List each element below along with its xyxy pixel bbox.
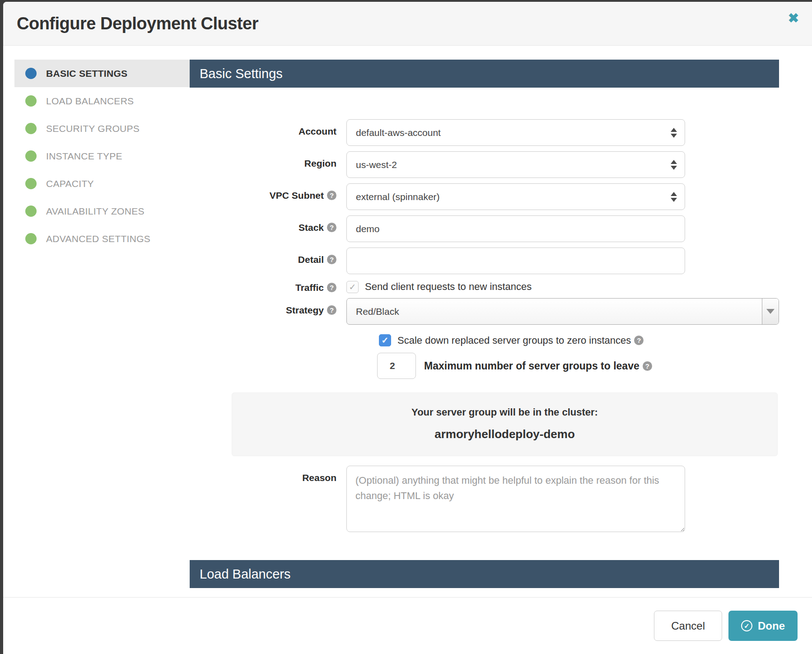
traffic-row: Traffic Send client requests to new inst… xyxy=(190,280,779,293)
stack-row: Stack demo xyxy=(190,215,779,242)
select-arrows-icon xyxy=(671,160,677,170)
sidebar-item-basic-settings[interactable]: BASIC SETTINGS xyxy=(14,60,190,87)
stack-input[interactable]: demo xyxy=(346,215,685,242)
help-icon[interactable] xyxy=(643,361,652,371)
sidebar-item-security-groups[interactable]: SECURITY GROUPS xyxy=(14,115,190,142)
help-icon[interactable] xyxy=(327,255,336,264)
help-icon[interactable] xyxy=(634,336,644,345)
help-icon[interactable] xyxy=(327,305,336,315)
traffic-checkbox[interactable] xyxy=(346,281,359,293)
done-button[interactable]: Done xyxy=(728,611,798,641)
scale-down-row: Scale down replaced server groups to zer… xyxy=(379,334,779,346)
step-status-dot-icon xyxy=(25,68,37,79)
cluster-note-text: Your server group will be in the cluster… xyxy=(232,406,777,418)
scale-down-checkbox[interactable] xyxy=(379,334,391,346)
detail-input[interactable] xyxy=(346,248,685,274)
max-server-groups-input[interactable] xyxy=(377,353,416,379)
sidebar-item-instance-type[interactable]: INSTANCE TYPE xyxy=(14,142,190,170)
reason-textarea[interactable] xyxy=(346,466,685,532)
help-icon[interactable] xyxy=(327,223,336,232)
modal-footer: Cancel Done xyxy=(3,597,812,654)
region-selected-value: us-west-2 xyxy=(356,159,397,170)
account-selected-value: default-aws-account xyxy=(356,127,441,138)
section-header-basic-settings: Basic Settings xyxy=(190,60,779,88)
scale-down-label: Scale down replaced server groups to zer… xyxy=(397,335,631,346)
stack-label: Stack xyxy=(190,215,346,242)
reason-label: Reason xyxy=(190,466,346,532)
help-icon[interactable] xyxy=(327,191,336,200)
vpc-subnet-selected-value: external (spinnaker) xyxy=(356,192,440,202)
account-select[interactable]: default-aws-account xyxy=(346,119,685,146)
detail-label: Detail xyxy=(190,248,346,274)
region-select[interactable]: us-west-2 xyxy=(346,151,685,178)
step-status-dot-icon xyxy=(25,95,37,107)
strategy-select[interactable]: Red/Black xyxy=(346,298,779,325)
vpc-subnet-row: VPC Subnet external (spinnaker) xyxy=(190,183,779,210)
sidebar-item-availability-zones[interactable]: AVAILABILITY ZONES xyxy=(14,197,190,225)
wizard-nav-list: BASIC SETTINGS LOAD BALANCERS SECURITY G… xyxy=(14,60,190,252)
modal-header: Configure Deployment Cluster ✖ xyxy=(3,2,812,46)
strategy-row: Strategy Red/Black xyxy=(190,298,779,325)
traffic-checkbox-label: Send client requests to new instances xyxy=(365,281,532,293)
step-status-dot-icon xyxy=(25,178,37,189)
step-status-dot-icon xyxy=(25,123,37,134)
dropdown-caret-icon xyxy=(762,299,779,324)
cluster-name: armoryhellodeploy-demo xyxy=(232,427,777,441)
strategy-selected-value: Red/Black xyxy=(356,306,399,317)
region-label: Region xyxy=(190,151,346,178)
step-status-dot-icon xyxy=(25,206,37,217)
step-status-dot-icon xyxy=(25,150,37,162)
select-arrows-icon xyxy=(671,192,677,202)
cluster-note: Your server group will be in the cluster… xyxy=(232,392,778,456)
account-label: Account xyxy=(190,119,346,146)
max-server-groups-row: Maximum number of server groups to leave xyxy=(377,353,779,379)
close-icon[interactable]: ✖ xyxy=(788,12,799,25)
traffic-label: Traffic xyxy=(190,280,346,293)
strategy-label: Strategy xyxy=(190,298,346,325)
detail-row: Detail xyxy=(190,248,779,274)
vpc-subnet-label: VPC Subnet xyxy=(190,183,346,210)
help-icon[interactable] xyxy=(327,283,336,292)
stack-value: demo xyxy=(356,224,380,234)
sidebar-item-advanced-settings[interactable]: ADVANCED SETTINGS xyxy=(14,225,190,252)
wizard-content: Basic Settings Account default-aws-accou… xyxy=(190,46,812,597)
modal-body: BASIC SETTINGS LOAD BALANCERS SECURITY G… xyxy=(3,46,812,597)
configure-deployment-cluster-modal: Configure Deployment Cluster ✖ BASIC SET… xyxy=(3,2,812,654)
sidebar-item-load-balancers[interactable]: LOAD BALANCERS xyxy=(14,87,190,115)
section-header-load-balancers: Load Balancers xyxy=(190,560,779,588)
done-check-icon xyxy=(741,620,752,631)
cancel-button[interactable]: Cancel xyxy=(654,611,722,641)
vpc-subnet-select[interactable]: external (spinnaker) xyxy=(346,183,685,210)
sidebar-item-capacity[interactable]: CAPACITY xyxy=(14,170,190,197)
max-server-groups-label: Maximum number of server groups to leave xyxy=(424,360,639,372)
wizard-nav: BASIC SETTINGS LOAD BALANCERS SECURITY G… xyxy=(3,46,190,597)
step-status-dot-icon xyxy=(25,233,37,244)
account-row: Account default-aws-account xyxy=(190,119,779,146)
select-arrows-icon xyxy=(671,128,677,138)
modal-title: Configure Deployment Cluster xyxy=(17,14,258,33)
reason-row: Reason xyxy=(190,466,779,532)
region-row: Region us-west-2 xyxy=(190,151,779,178)
